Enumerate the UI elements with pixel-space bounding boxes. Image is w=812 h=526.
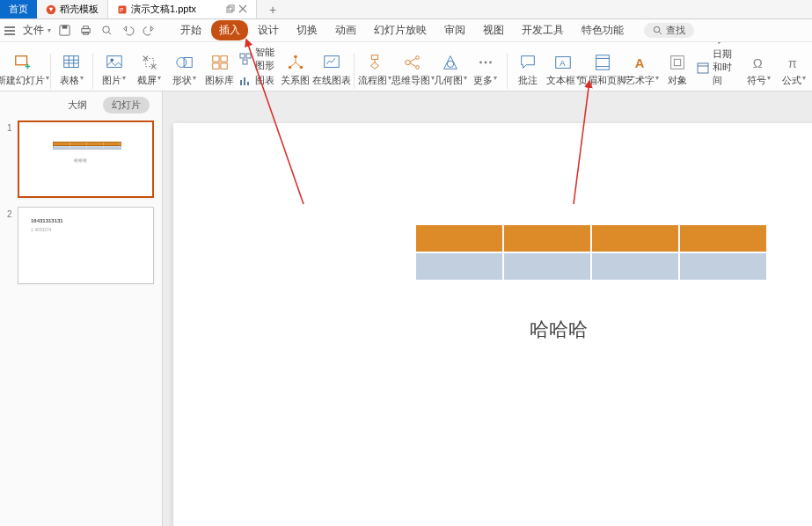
- tab-devtools[interactable]: 开发工具: [514, 20, 572, 40]
- btn-comment[interactable]: 批注: [512, 53, 544, 89]
- comment-icon: [518, 53, 538, 72]
- ribbon-tabs: 开始 插入 设计 切换 动画 幻灯片放映 审阅 视图 开发工具 特色功能: [172, 20, 632, 40]
- tab-template[interactable]: 稻壳模板: [37, 0, 108, 18]
- thumbnail-2[interactable]: 16431313131 1 4033274: [18, 207, 154, 284]
- tab-view[interactable]: 视图: [475, 20, 512, 40]
- preview-icon[interactable]: [100, 24, 114, 38]
- tab-home-label: 首页: [9, 3, 28, 16]
- restore-window-icon[interactable]: [226, 4, 235, 15]
- redo-icon[interactable]: [143, 24, 157, 38]
- btn-headerfooter[interactable]: 页眉和页脚: [582, 53, 622, 89]
- tab-document-label: 演示文稿1.pptx: [131, 3, 196, 16]
- table-cell[interactable]: [415, 252, 503, 281]
- btn-onlinechart[interactable]: 在线图表: [315, 53, 348, 89]
- file-menu[interactable]: 文件 ▾: [23, 23, 51, 38]
- thumb-row-2: 2 16431313131 1 4033274: [7, 207, 155, 284]
- svg-rect-13: [64, 56, 79, 68]
- table-icon: [62, 53, 81, 72]
- tab-home[interactable]: 首页: [0, 0, 37, 18]
- btn-geometry[interactable]: 几何图▾: [435, 53, 466, 89]
- undo-icon[interactable]: [121, 24, 135, 38]
- caret-down-icon: ▾: [48, 26, 51, 34]
- btn-table[interactable]: 表格▾: [55, 53, 87, 89]
- table-cell[interactable]: [503, 224, 591, 252]
- slide-text[interactable]: 哈哈哈: [530, 317, 588, 343]
- tab-special[interactable]: 特色功能: [574, 20, 632, 40]
- btn-chart[interactable]: 图表: [239, 74, 276, 87]
- hamburger-icon[interactable]: [4, 25, 16, 37]
- svg-text:A: A: [634, 56, 644, 70]
- smartart-chart-stack: 智能图形 图表: [239, 46, 276, 89]
- btn-new-slide[interactable]: 新建幻灯片▾: [2, 53, 45, 89]
- docer-icon: [46, 4, 56, 15]
- slide-table[interactable]: [415, 224, 767, 281]
- tab-slideshow[interactable]: 幻灯片放映: [366, 20, 435, 40]
- thumbnail-1[interactable]: 哈哈哈: [18, 121, 154, 198]
- close-tab-icon[interactable]: [238, 4, 247, 15]
- table-row-body: [415, 252, 767, 281]
- tab-start[interactable]: 开始: [172, 20, 209, 40]
- svg-rect-25: [243, 60, 247, 64]
- btn-flowchart[interactable]: 流程图▾: [359, 53, 391, 89]
- btn-slidenum[interactable]: #幻灯片编号: [697, 42, 740, 46]
- btn-picture[interactable]: 图片▾: [99, 53, 130, 89]
- tab-transition[interactable]: 切换: [289, 20, 326, 40]
- btn-more[interactable]: 更多▾: [470, 53, 501, 89]
- canvas-area[interactable]: 哈哈哈: [163, 91, 812, 526]
- iconlib-icon: [210, 53, 230, 72]
- svg-point-37: [489, 62, 492, 64]
- chart-icon: [239, 75, 252, 87]
- flowchart-icon: [365, 53, 384, 72]
- tab-insert[interactable]: 插入: [211, 20, 248, 40]
- btn-object[interactable]: 对象: [662, 53, 693, 89]
- equation-icon: π: [785, 53, 804, 72]
- search-icon: [653, 26, 662, 35]
- table-cell[interactable]: [679, 224, 767, 252]
- thumb-tab-slides[interactable]: 幻灯片: [103, 97, 150, 113]
- tab-template-label: 稻壳模板: [60, 3, 99, 16]
- svg-rect-4: [229, 5, 234, 11]
- print-icon[interactable]: [79, 24, 93, 38]
- thumb-index-1: 1: [7, 121, 14, 133]
- btn-shape[interactable]: 形状▾: [169, 53, 201, 89]
- table-cell[interactable]: [591, 224, 679, 252]
- new-tab-button[interactable]: +: [257, 0, 289, 18]
- btn-textbox[interactable]: A 文本框▾: [547, 53, 579, 89]
- mindmap-icon: [403, 53, 422, 72]
- thumb-tab-row: 大纲 幻灯片: [0, 91, 162, 117]
- table-cell[interactable]: [591, 252, 679, 281]
- thumbnail-panel: 大纲 幻灯片 1 哈哈哈 2 16431313131 1 4033274: [0, 91, 163, 526]
- save-icon[interactable]: [58, 24, 72, 38]
- btn-iconlib[interactable]: 图标库: [204, 53, 236, 89]
- svg-rect-8: [84, 26, 89, 28]
- table-cell[interactable]: [503, 252, 591, 281]
- btn-datetime[interactable]: 日期和时间: [697, 47, 740, 87]
- svg-point-26: [294, 55, 297, 59]
- svg-rect-29: [325, 56, 340, 68]
- thumb-row-1: 1 哈哈哈: [7, 121, 155, 198]
- slide-canvas[interactable]: 哈哈哈: [173, 123, 812, 526]
- table-cell[interactable]: [415, 224, 503, 252]
- svg-text:P: P: [120, 7, 124, 13]
- tab-document[interactable]: P 演示文稿1.pptx: [108, 0, 257, 18]
- btn-relation[interactable]: 关系图: [280, 53, 311, 89]
- table-cell[interactable]: [679, 252, 767, 281]
- search-button[interactable]: 查找: [644, 23, 694, 38]
- relation-icon: [286, 53, 305, 72]
- btn-wordart[interactable]: A 艺术字▾: [626, 53, 658, 89]
- tab-design[interactable]: 设计: [250, 20, 287, 40]
- btn-symbol[interactable]: Ω 符号▾: [743, 53, 775, 89]
- svg-point-10: [103, 26, 110, 33]
- thumb-list: 1 哈哈哈 2 16431313131 1 4033274: [0, 117, 162, 296]
- textbox-icon: A: [553, 53, 573, 72]
- btn-screenshot[interactable]: 截屏▾: [134, 53, 165, 89]
- thumb2-title: 16431313131: [31, 218, 63, 223]
- tab-animation[interactable]: 动画: [327, 20, 364, 40]
- tab-review[interactable]: 审阅: [436, 20, 473, 40]
- thumb-tab-outline[interactable]: 大纲: [59, 97, 96, 113]
- btn-smartart[interactable]: 智能图形: [239, 46, 276, 72]
- smartart-icon: [239, 53, 252, 65]
- symbol-icon: Ω: [750, 53, 769, 72]
- btn-equation[interactable]: π 公式▾: [779, 53, 810, 89]
- btn-mindmap[interactable]: 思维导图▾: [394, 53, 430, 89]
